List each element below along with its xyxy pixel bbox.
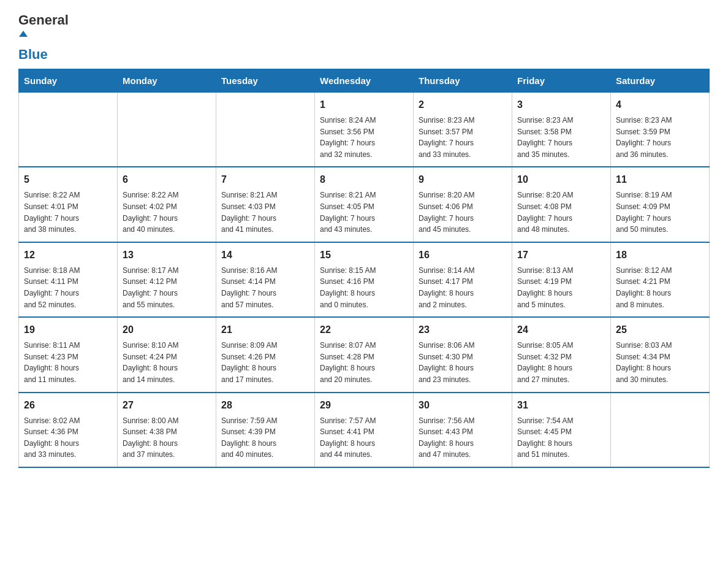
day-info: Sunrise: 8:15 AM Sunset: 4:16 PM Dayligh…: [320, 265, 408, 310]
day-info: Sunrise: 8:11 AM Sunset: 4:23 PM Dayligh…: [24, 340, 112, 385]
day-info: Sunrise: 8:19 AM Sunset: 4:09 PM Dayligh…: [616, 190, 704, 235]
calendar-week-row: 5Sunrise: 8:22 AM Sunset: 4:01 PM Daylig…: [19, 167, 710, 242]
day-number: 19: [24, 323, 112, 337]
day-info: Sunrise: 8:23 AM Sunset: 3:57 PM Dayligh…: [419, 115, 507, 160]
day-info: Sunrise: 8:10 AM Sunset: 4:24 PM Dayligh…: [123, 340, 211, 385]
day-number: 25: [616, 323, 704, 337]
day-info: Sunrise: 8:21 AM Sunset: 4:03 PM Dayligh…: [221, 190, 309, 235]
calendar-day-cell: 24Sunrise: 8:05 AM Sunset: 4:32 PM Dayli…: [512, 317, 611, 392]
day-info: Sunrise: 8:20 AM Sunset: 4:08 PM Dayligh…: [517, 190, 605, 235]
calendar-day-cell: 19Sunrise: 8:11 AM Sunset: 4:23 PM Dayli…: [19, 317, 118, 392]
day-number: 2: [419, 98, 507, 112]
day-number: 11: [616, 172, 704, 187]
day-info: Sunrise: 8:22 AM Sunset: 4:02 PM Dayligh…: [123, 190, 211, 235]
calendar-day-cell: 25Sunrise: 8:03 AM Sunset: 4:34 PM Dayli…: [611, 317, 710, 392]
day-info: Sunrise: 8:06 AM Sunset: 4:30 PM Dayligh…: [419, 340, 507, 385]
day-number: 26: [24, 398, 112, 413]
calendar-day-cell: 17Sunrise: 8:13 AM Sunset: 4:19 PM Dayli…: [512, 242, 611, 317]
calendar-day-cell: 26Sunrise: 8:02 AM Sunset: 4:36 PM Dayli…: [19, 393, 118, 467]
day-info: Sunrise: 7:54 AM Sunset: 4:45 PM Dayligh…: [517, 415, 605, 461]
svg-marker-0: [19, 31, 28, 37]
calendar-day-cell: 10Sunrise: 8:20 AM Sunset: 4:08 PM Dayli…: [512, 167, 611, 242]
day-number: 20: [123, 323, 211, 337]
day-number: 15: [320, 248, 408, 262]
day-info: Sunrise: 7:57 AM Sunset: 4:41 PM Dayligh…: [320, 415, 408, 461]
calendar-day-cell: 21Sunrise: 8:09 AM Sunset: 4:26 PM Dayli…: [216, 317, 315, 392]
page-header: General Blue: [18, 12, 710, 63]
day-info: Sunrise: 8:00 AM Sunset: 4:38 PM Dayligh…: [123, 415, 211, 461]
day-number: 30: [419, 398, 507, 413]
day-number: 16: [419, 248, 507, 262]
day-info: Sunrise: 8:23 AM Sunset: 3:58 PM Dayligh…: [517, 115, 605, 160]
calendar-day-cell: 23Sunrise: 8:06 AM Sunset: 4:30 PM Dayli…: [414, 317, 512, 392]
calendar-day-cell: 16Sunrise: 8:14 AM Sunset: 4:17 PM Dayli…: [414, 242, 512, 317]
calendar-week-row: 12Sunrise: 8:18 AM Sunset: 4:11 PM Dayli…: [19, 242, 710, 317]
day-number: 12: [24, 248, 112, 262]
day-info: Sunrise: 8:16 AM Sunset: 4:14 PM Dayligh…: [221, 265, 309, 310]
day-number: 4: [616, 98, 704, 112]
calendar-day-cell: 15Sunrise: 8:15 AM Sunset: 4:16 PM Dayli…: [315, 242, 414, 317]
calendar-day-cell: 14Sunrise: 8:16 AM Sunset: 4:14 PM Dayli…: [216, 242, 315, 317]
day-info: Sunrise: 8:18 AM Sunset: 4:11 PM Dayligh…: [24, 265, 112, 310]
calendar-day-header: Saturday: [611, 69, 710, 93]
calendar-day-cell: 7Sunrise: 8:21 AM Sunset: 4:03 PM Daylig…: [216, 167, 315, 242]
calendar-week-row: 19Sunrise: 8:11 AM Sunset: 4:23 PM Dayli…: [19, 317, 710, 392]
calendar-day-cell: 30Sunrise: 7:56 AM Sunset: 4:43 PM Dayli…: [414, 393, 512, 467]
day-number: 3: [517, 98, 605, 112]
day-info: Sunrise: 8:13 AM Sunset: 4:19 PM Dayligh…: [517, 265, 605, 310]
day-number: 29: [320, 398, 408, 413]
day-info: Sunrise: 8:22 AM Sunset: 4:01 PM Dayligh…: [24, 190, 112, 235]
day-number: 13: [123, 248, 211, 262]
day-number: 9: [419, 172, 507, 187]
calendar-day-header: Sunday: [19, 69, 118, 93]
day-info: Sunrise: 8:03 AM Sunset: 4:34 PM Dayligh…: [616, 340, 704, 385]
calendar-week-row: 26Sunrise: 8:02 AM Sunset: 4:36 PM Dayli…: [19, 393, 710, 467]
logo-triangle-icon: [19, 29, 28, 38]
calendar-day-cell: 18Sunrise: 8:12 AM Sunset: 4:21 PM Dayli…: [611, 242, 710, 317]
calendar-day-cell: 8Sunrise: 8:21 AM Sunset: 4:05 PM Daylig…: [315, 167, 414, 242]
day-number: 7: [221, 172, 309, 187]
logo-general-text: General: [18, 12, 69, 28]
calendar-day-cell: [19, 93, 118, 167]
calendar-day-cell: 2Sunrise: 8:23 AM Sunset: 3:57 PM Daylig…: [414, 93, 512, 167]
day-info: Sunrise: 8:12 AM Sunset: 4:21 PM Dayligh…: [616, 265, 704, 310]
calendar-day-cell: [118, 93, 216, 167]
calendar-day-cell: 28Sunrise: 7:59 AM Sunset: 4:39 PM Dayli…: [216, 393, 315, 467]
calendar-day-cell: 11Sunrise: 8:19 AM Sunset: 4:09 PM Dayli…: [611, 167, 710, 242]
calendar-day-cell: [611, 393, 710, 467]
calendar-day-cell: 3Sunrise: 8:23 AM Sunset: 3:58 PM Daylig…: [512, 93, 611, 167]
day-info: Sunrise: 8:21 AM Sunset: 4:05 PM Dayligh…: [320, 190, 408, 235]
calendar-day-cell: 22Sunrise: 8:07 AM Sunset: 4:28 PM Dayli…: [315, 317, 414, 392]
day-number: 27: [123, 398, 211, 413]
day-number: 22: [320, 323, 408, 337]
day-info: Sunrise: 7:59 AM Sunset: 4:39 PM Dayligh…: [221, 415, 309, 461]
day-info: Sunrise: 8:07 AM Sunset: 4:28 PM Dayligh…: [320, 340, 408, 385]
calendar-day-header: Thursday: [414, 69, 512, 93]
day-number: 1: [320, 98, 408, 112]
calendar-header-row: SundayMondayTuesdayWednesdayThursdayFrid…: [19, 69, 710, 93]
day-info: Sunrise: 8:20 AM Sunset: 4:06 PM Dayligh…: [419, 190, 507, 235]
day-number: 18: [616, 248, 704, 262]
day-info: Sunrise: 8:02 AM Sunset: 4:36 PM Dayligh…: [24, 415, 112, 461]
calendar-day-cell: 13Sunrise: 8:17 AM Sunset: 4:12 PM Dayli…: [118, 242, 216, 317]
day-number: 17: [517, 248, 605, 262]
calendar-day-cell: [216, 93, 315, 167]
calendar-day-cell: 27Sunrise: 8:00 AM Sunset: 4:38 PM Dayli…: [118, 393, 216, 467]
day-number: 5: [24, 172, 112, 187]
calendar-table: SundayMondayTuesdayWednesdayThursdayFrid…: [18, 69, 710, 468]
day-info: Sunrise: 8:05 AM Sunset: 4:32 PM Dayligh…: [517, 340, 605, 385]
day-number: 8: [320, 172, 408, 187]
day-number: 23: [419, 323, 507, 337]
day-info: Sunrise: 8:24 AM Sunset: 3:56 PM Dayligh…: [320, 115, 408, 160]
calendar-day-cell: 5Sunrise: 8:22 AM Sunset: 4:01 PM Daylig…: [19, 167, 118, 242]
day-number: 31: [517, 398, 605, 413]
day-info: Sunrise: 8:09 AM Sunset: 4:26 PM Dayligh…: [221, 340, 309, 385]
calendar-day-cell: 9Sunrise: 8:20 AM Sunset: 4:06 PM Daylig…: [414, 167, 512, 242]
calendar-day-cell: 12Sunrise: 8:18 AM Sunset: 4:11 PM Dayli…: [19, 242, 118, 317]
logo: General Blue: [18, 12, 69, 63]
day-info: Sunrise: 8:23 AM Sunset: 3:59 PM Dayligh…: [616, 115, 704, 160]
calendar-day-cell: 31Sunrise: 7:54 AM Sunset: 4:45 PM Dayli…: [512, 393, 611, 467]
day-number: 21: [221, 323, 309, 337]
calendar-day-cell: 29Sunrise: 7:57 AM Sunset: 4:41 PM Dayli…: [315, 393, 414, 467]
day-info: Sunrise: 7:56 AM Sunset: 4:43 PM Dayligh…: [419, 415, 507, 461]
